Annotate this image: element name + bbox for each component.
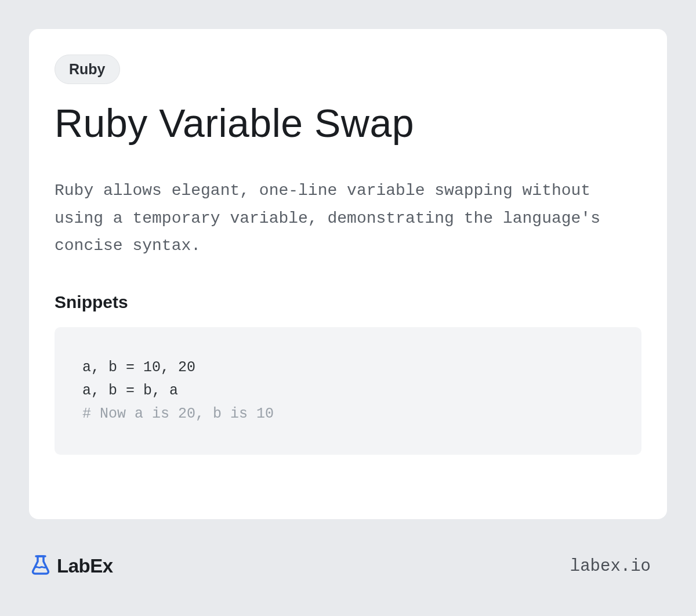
site-url: labex.io [570, 557, 651, 576]
language-tag: Ruby [55, 55, 120, 84]
code-comment: # Now a is 20, b is 10 [82, 405, 274, 422]
code-line: a, b = b, a [82, 382, 178, 399]
page-title: Ruby Variable Swap [55, 100, 641, 146]
code-snippet: a, b = 10, 20 a, b = b, a # Now a is 20,… [55, 327, 641, 455]
code-line: a, b = 10, 20 [82, 359, 195, 376]
flask-icon [29, 553, 52, 579]
footer: LabEx labex.io [29, 553, 651, 579]
brand-name: LabEx [57, 555, 113, 577]
content-card: Ruby Ruby Variable Swap Ruby allows eleg… [29, 29, 667, 519]
description-text: Ruby allows elegant, one-line variable s… [55, 177, 641, 260]
snippets-heading: Snippets [55, 292, 641, 312]
logo: LabEx [29, 553, 113, 579]
